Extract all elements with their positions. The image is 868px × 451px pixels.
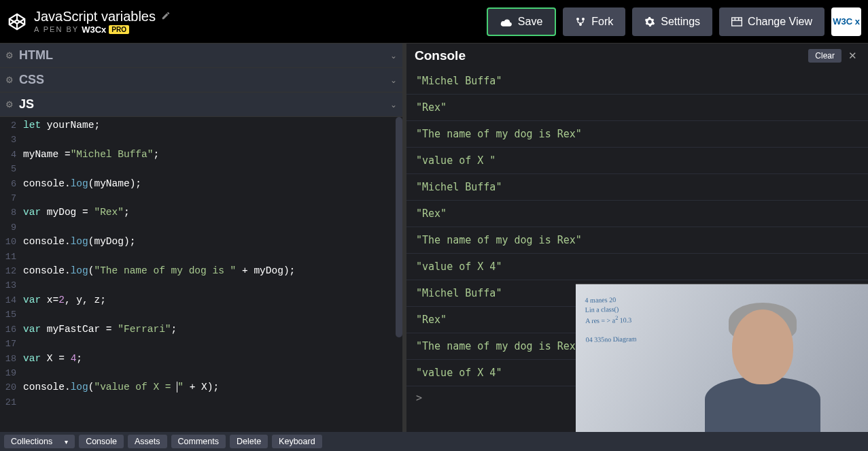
settings-label: Settings: [661, 16, 700, 28]
console-line: "value of X 4": [406, 254, 868, 280]
close-icon[interactable]: ✕: [846, 50, 860, 62]
change-view-label: Change View: [748, 16, 812, 28]
footer-console-button[interactable]: Console: [79, 435, 124, 448]
cloud-icon: [500, 17, 513, 27]
fork-button[interactable]: Fork: [563, 7, 625, 36]
pen-author: A PEN BY W3Cx PRO: [34, 24, 487, 35]
header-actions: Save Fork Settings Change View W3C x: [487, 7, 861, 36]
clear-button[interactable]: Clear: [808, 49, 841, 63]
whiteboard: 4 manes 20Lin a class()A res = > a2 10.3…: [585, 293, 723, 418]
console-line: "The name of my dog is Rex": [406, 227, 868, 254]
title-area: JavaScript variables A PEN BY W3Cx PRO: [34, 9, 487, 35]
fork-label: Fork: [591, 16, 613, 28]
profile-avatar[interactable]: W3C x: [831, 7, 861, 36]
footer-comments-button[interactable]: Comments: [171, 435, 226, 448]
app-header: JavaScript variables A PEN BY W3Cx PRO S…: [0, 0, 868, 44]
layout-icon: [731, 17, 742, 27]
html-panel-title: HTML: [19, 48, 390, 63]
console-header: Console Clear ✕: [406, 44, 868, 68]
console-line: "value of X ": [406, 148, 868, 174]
codepen-logo-icon[interactable]: [7, 12, 27, 32]
scrollbar-vertical[interactable]: [396, 117, 402, 337]
webcam-overlay: 4 manes 20Lin a class()A res = > a2 10.3…: [576, 284, 868, 432]
js-editor[interactable]: 23456789101112131415161718192021 let you…: [0, 117, 402, 432]
pen-title[interactable]: JavaScript variables: [34, 9, 156, 24]
console-line: "Michel Buffa": [406, 174, 868, 201]
footer-assets-button[interactable]: Assets: [128, 435, 167, 448]
svg-point-4: [582, 18, 585, 20]
css-panel-title: CSS: [19, 73, 390, 87]
gear-icon[interactable]: ⚙: [5, 50, 14, 61]
gear-icon[interactable]: ⚙: [5, 99, 14, 110]
console-line: "Rex": [406, 95, 868, 121]
console-title: Console: [415, 48, 808, 63]
person-figure: [705, 296, 820, 432]
code-content[interactable]: let yourName; myName ="Michel Buffa"; co…: [20, 117, 402, 432]
collections-dropdown[interactable]: Collections: [4, 435, 75, 448]
change-view-button[interactable]: Change View: [719, 7, 824, 36]
chevron-down-icon[interactable]: ⌄: [390, 51, 397, 61]
svg-rect-6: [732, 18, 742, 26]
editor-column: ⚙ HTML ⌄ ⚙ CSS ⌄ ⚙ JS ⌄ 2345678910111213…: [0, 44, 406, 432]
chevron-down-icon[interactable]: ⌄: [390, 100, 397, 110]
pro-badge: PRO: [109, 25, 129, 34]
css-panel-header[interactable]: ⚙ CSS ⌄: [0, 68, 402, 93]
gear-icon: [644, 16, 655, 27]
footer-delete-button[interactable]: Delete: [230, 435, 268, 448]
js-panel-title: JS: [19, 97, 390, 112]
line-gutter: 23456789101112131415161718192021: [0, 117, 20, 432]
fork-icon: [575, 16, 586, 27]
author-link[interactable]: W3Cx: [82, 24, 106, 35]
subtitle-prefix: A PEN BY: [34, 25, 79, 33]
gear-icon[interactable]: ⚙: [5, 75, 14, 85]
console-line: "Rex": [406, 201, 868, 227]
edit-title-icon[interactable]: [161, 11, 171, 22]
settings-button[interactable]: Settings: [632, 7, 712, 36]
js-panel-header[interactable]: ⚙ JS ⌄: [0, 93, 402, 117]
chevron-down-icon[interactable]: ⌄: [390, 76, 397, 85]
html-panel-header[interactable]: ⚙ HTML ⌄: [0, 44, 402, 68]
save-label: Save: [518, 16, 542, 28]
save-button[interactable]: Save: [487, 7, 556, 36]
console-line: "Michel Buffa": [406, 68, 868, 95]
collections-label: Collections: [11, 437, 52, 446]
w3c-text: W3C x: [833, 17, 860, 26]
footer-keyboard-button[interactable]: Keyboard: [272, 435, 322, 448]
console-line: "The name of my dog is Rex": [406, 121, 868, 148]
footer-bar: Collections Console Assets Comments Dele…: [0, 432, 868, 451]
svg-point-3: [576, 18, 579, 20]
